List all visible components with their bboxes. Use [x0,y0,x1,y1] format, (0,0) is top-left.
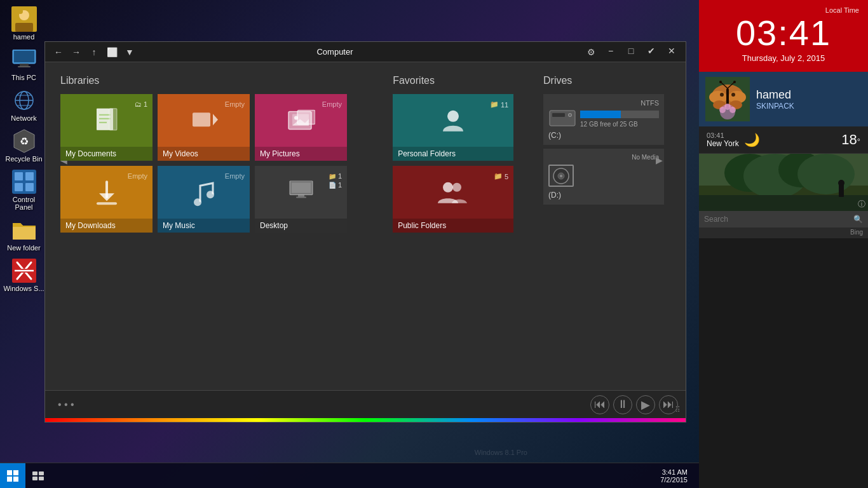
desktop-icon-new-folder[interactable]: New folder [3,217,44,252]
svg-rect-40 [97,202,117,205]
resize-button[interactable]: ✔ [642,44,660,58]
sections-row: Libraries [60,75,670,245]
windows-logo-icon [7,470,18,482]
svg-point-72 [719,81,722,83]
back-button[interactable]: ← [50,44,67,60]
file-explorer-content: ◀ ▶ Libraries [45,62,686,390]
weather-info: 03:41 New York [707,132,739,148]
downloads-icon [93,179,121,213]
desktop-icon-hamed[interactable]: hamed [3,6,44,41]
desktop-icon-network[interactable]: Network [3,88,44,122]
downloads-label: My Downloads [60,219,153,233]
three-dots[interactable]: • • • [53,396,79,413]
tile-my-documents[interactable]: 🗂1 My Documents [60,94,153,161]
forward-button[interactable]: → [68,44,85,60]
hamed-icon-label: hamed [13,33,35,41]
user-info: hamed SKINPACK [750,88,794,111]
desktop-icon-windows-s[interactable]: Windows S... [3,258,44,292]
desktop-icon-thispc[interactable]: This PC [3,47,44,81]
c-drive-space: 12 GB free of 25 GB [580,121,659,128]
control-panel-icon [11,169,37,194]
tile-public-folders[interactable]: 📁5 Public Folders [393,166,513,233]
svg-point-42 [207,191,214,198]
thispc-icon-label: This PC [11,74,36,81]
d-drive-icon-area [548,162,659,189]
svg-point-53 [569,114,571,116]
start-button[interactable] [0,463,25,489]
favorites-section: Favorites [393,75,528,245]
search-icon[interactable]: 🔍 [853,215,863,224]
info-icon[interactable]: ⓘ [858,199,865,210]
new-folder-icon [11,217,37,243]
window-title: Computer [87,47,583,57]
doc-count-item: 🗂1 [135,100,147,108]
c-drive-letter: (C:) [548,131,659,140]
media-pause-button[interactable]: ⏸ [613,395,632,414]
svg-rect-57 [32,471,37,475]
file-explorer-main: ◀ ▶ Libraries [45,62,686,390]
tile-personal-folders[interactable]: 📁11 Personal Folders [393,94,513,161]
weather-moon-icon: 🌙 [744,132,760,147]
downloads-empty: Empty [128,172,147,180]
svg-rect-46 [296,197,306,198]
svg-point-76 [729,107,736,113]
expand-icon[interactable]: ⠿ [675,405,681,414]
search-bar: 🔍 [699,211,868,227]
windows-s-icon [11,258,37,283]
svg-rect-16 [15,172,23,180]
svg-text:♻: ♻ [20,136,29,147]
public-folders-label: Public Folders [393,219,513,233]
tile-my-pictures[interactable]: Empty My Pictures [255,94,347,161]
weather-city: New York [707,139,739,148]
pictures-empty: Empty [322,100,342,108]
favorites-title: Favorites [393,75,528,86]
tile-my-music[interactable]: Empty My Music [158,166,250,233]
svg-point-68 [731,93,735,97]
close-button[interactable]: ✕ [663,44,681,58]
public-count: 📁5 [494,172,508,180]
network-icon-label: Network [11,114,36,122]
d-drive-disk-icon [548,165,574,187]
user-tile[interactable]: hamed SKINPACK [699,72,868,126]
desktop-count: 📁1 📄1 [329,172,342,189]
music-empty: Empty [225,172,245,180]
svg-rect-60 [39,477,44,480]
svg-point-73 [733,81,736,83]
weather-temp: 18° [841,132,860,148]
windows-s-label: Windows S... [3,285,44,292]
scroll-right-arrow[interactable]: ▶ [656,155,663,165]
desktop-icon-recycle[interactable]: ♻ Recycle Bin [3,128,44,163]
search-input[interactable] [704,215,850,224]
svg-rect-31 [193,112,210,126]
svg-rect-5 [14,51,34,62]
taskbar-time: 3:41 AM 7/2/2015 [660,468,693,484]
settings-button[interactable]: ⚙ [583,44,599,60]
d-drive-item[interactable]: No Media [543,149,664,205]
media-prev-button[interactable]: ⏮ [590,395,609,414]
music-label: My Music [158,219,250,233]
hamed-icon [11,6,37,32]
new-folder-label: New folder [7,244,41,252]
tile-desktop[interactable]: 📁1 📄1 Desktop [255,166,347,233]
file-explorer-bottom: • • • ⏮ ⏸ ▶ ⏭ [45,390,686,418]
task-view-button[interactable] [25,463,51,489]
desktop-icon-control-panel[interactable]: ControlPanel [3,169,44,211]
recycle-bin-label: Recycle Bin [5,155,42,163]
tile-my-videos[interactable]: Empty My Videos [158,94,250,161]
d-drive-letter: (D:) [548,191,659,200]
svg-rect-6 [20,64,29,66]
tile-my-downloads[interactable]: Empty My Downloads [60,166,153,233]
drives-title: Drives [543,75,670,86]
c-drive-item[interactable]: NTFS [543,94,664,145]
svg-point-47 [447,110,459,121]
thispc-icon [11,47,37,72]
minimize-button[interactable]: − [602,44,620,58]
maximize-button[interactable]: □ [622,44,640,58]
media-play-button[interactable]: ▶ [636,395,655,414]
taskbar: 3:41 AM 7/2/2015 [0,463,699,488]
network-icon [11,88,37,113]
user-avatar [705,77,750,121]
clock-label: Local Time [708,6,859,14]
svg-rect-58 [39,471,44,475]
svg-point-83 [797,154,855,194]
